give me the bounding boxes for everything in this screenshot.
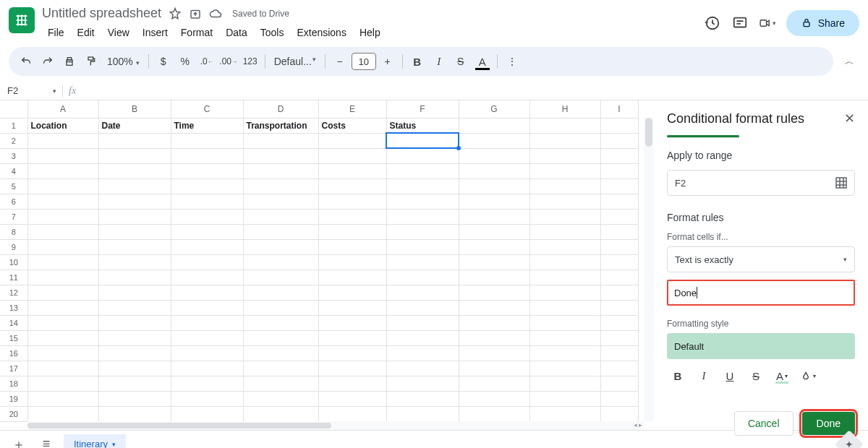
condition-value-input[interactable]: Done <box>667 280 855 306</box>
zoom-select[interactable]: 100% ▾ <box>103 56 144 67</box>
history-icon[interactable] <box>704 14 721 32</box>
undo-button[interactable] <box>16 51 36 72</box>
cell-I1[interactable] <box>600 118 638 133</box>
menu-extensions[interactable]: Extensions <box>291 24 352 41</box>
row-header-5[interactable]: 5 <box>0 178 27 194</box>
row-header-14[interactable]: 14 <box>0 315 27 330</box>
row-header-13[interactable]: 13 <box>0 300 27 315</box>
font-select[interactable]: Defaul...▾ <box>270 56 320 67</box>
paint-format-button[interactable] <box>81 51 101 72</box>
col-header-G[interactable]: G <box>459 100 529 118</box>
cell-F1[interactable]: Status <box>386 118 459 133</box>
row-header-4[interactable]: 4 <box>0 163 27 178</box>
cell-F2[interactable] <box>386 133 459 148</box>
menu-file[interactable]: File <box>42 24 70 41</box>
close-icon[interactable]: ✕ <box>844 111 855 126</box>
spreadsheet-grid[interactable]: A B C D E F G H I 1 Location Date Time <box>0 100 639 422</box>
row-header-20[interactable]: 20 <box>0 406 27 421</box>
increase-decimal-button[interactable]: .00→ <box>218 51 239 72</box>
row-header-2[interactable]: 2 <box>0 133 27 148</box>
row-header-3[interactable]: 3 <box>0 148 27 163</box>
row-header-16[interactable]: 16 <box>0 345 27 361</box>
cell-I2[interactable] <box>600 133 638 148</box>
star-icon[interactable] <box>169 7 182 20</box>
currency-button[interactable]: $ <box>153 51 174 72</box>
menu-data[interactable]: Data <box>220 24 253 41</box>
cell-H2[interactable] <box>529 133 600 148</box>
row-header-15[interactable]: 15 <box>0 330 27 345</box>
font-size-decrease[interactable]: − <box>330 51 350 72</box>
name-box[interactable]: F2▾ <box>0 85 62 96</box>
grid-select-icon[interactable] <box>835 177 847 189</box>
horizontal-scrollbar[interactable] <box>27 421 644 430</box>
style-fill-color-button[interactable]: ▾ <box>800 368 816 384</box>
style-bold-button[interactable]: B <box>670 368 686 384</box>
print-button[interactable] <box>59 51 80 72</box>
row-header-12[interactable]: 12 <box>0 285 27 300</box>
col-header-B[interactable]: B <box>98 100 171 118</box>
cell-B1[interactable]: Date <box>98 118 171 133</box>
condition-select[interactable]: Text is exactly ▾ <box>667 246 855 272</box>
meet-icon[interactable]: ▾ <box>759 14 776 32</box>
share-button[interactable]: Share <box>786 10 859 36</box>
col-header-D[interactable]: D <box>243 100 318 118</box>
all-sheets-button[interactable]: ≡ <box>36 434 56 449</box>
decrease-decimal-button[interactable]: .0← <box>197 51 217 72</box>
style-text-color-button[interactable]: A▾ <box>774 368 790 384</box>
font-size-increase[interactable]: + <box>378 51 398 72</box>
tab-single-color[interactable] <box>667 135 739 137</box>
menu-help[interactable]: Help <box>354 24 386 41</box>
cell-G2[interactable] <box>459 133 529 148</box>
menu-view[interactable]: View <box>102 24 135 41</box>
row-header-19[interactable]: 19 <box>0 391 27 406</box>
cell-H1[interactable] <box>529 118 600 133</box>
row-header-18[interactable]: 18 <box>0 376 27 391</box>
italic-button[interactable]: I <box>429 51 449 72</box>
cell-A2[interactable] <box>27 133 98 148</box>
col-header-I[interactable]: I <box>600 100 638 118</box>
row-header-9[interactable]: 9 <box>0 239 27 254</box>
cell-E2[interactable] <box>318 133 386 148</box>
cell-B2[interactable] <box>98 133 171 148</box>
row-header-8[interactable]: 8 <box>0 224 27 239</box>
style-underline-button[interactable]: U <box>722 368 738 384</box>
cell-G1[interactable] <box>459 118 529 133</box>
row-header-17[interactable]: 17 <box>0 361 27 376</box>
col-header-C[interactable]: C <box>171 100 243 118</box>
percent-button[interactable]: % <box>175 51 195 72</box>
cancel-button[interactable]: Cancel <box>734 411 793 436</box>
toolbar-collapse-button[interactable]: ︿ <box>839 51 859 72</box>
bold-button[interactable]: B <box>407 51 427 72</box>
style-italic-button[interactable]: I <box>696 368 712 384</box>
sheet-tab-itinerary[interactable]: Itinerary▾ <box>64 434 126 448</box>
style-preview[interactable]: Default <box>667 333 855 359</box>
menu-format[interactable]: Format <box>175 24 218 41</box>
cell-D1[interactable]: Transportation <box>243 118 318 133</box>
row-header-7[interactable]: 7 <box>0 209 27 224</box>
cell-C1[interactable]: Time <box>171 118 243 133</box>
menu-tools[interactable]: Tools <box>255 24 290 41</box>
select-all-corner[interactable] <box>0 100 27 118</box>
col-header-E[interactable]: E <box>318 100 386 118</box>
doc-title[interactable]: Untitled spreadsheet <box>42 6 161 21</box>
col-header-F[interactable]: F <box>386 100 459 118</box>
menu-edit[interactable]: Edit <box>72 24 101 41</box>
row-header-1[interactable]: 1 <box>0 118 27 133</box>
menu-insert[interactable]: Insert <box>137 24 174 41</box>
toolbar-more-button[interactable]: ⋮ <box>502 51 522 72</box>
row-header-6[interactable]: 6 <box>0 194 27 209</box>
cell-A1[interactable]: Location <box>27 118 98 133</box>
style-strike-button[interactable]: S <box>748 368 764 384</box>
cell-D2[interactable] <box>243 133 318 148</box>
row-header-11[interactable]: 11 <box>0 270 27 285</box>
scrollbar-nav[interactable]: ◂ ▸ <box>622 420 654 430</box>
cloud-icon[interactable] <box>209 7 222 20</box>
cell-E1[interactable]: Costs <box>318 118 386 133</box>
add-sheet-button[interactable]: ＋ <box>9 434 29 449</box>
cell-C2[interactable] <box>171 133 243 148</box>
app-logo[interactable] <box>9 7 35 33</box>
move-icon[interactable] <box>189 7 202 20</box>
vertical-scrollbar[interactable] <box>644 118 654 421</box>
comments-icon[interactable] <box>731 14 749 32</box>
font-size-input[interactable]: 10 <box>352 53 376 70</box>
